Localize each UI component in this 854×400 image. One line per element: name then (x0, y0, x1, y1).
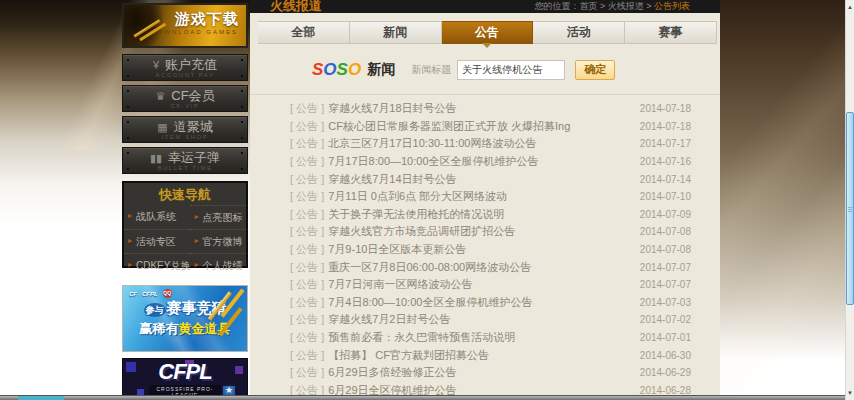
cfpl-banner[interactable]: CFPL CROSSFIRE PRO-LEAGUE ★ (122, 358, 248, 400)
menu-label: 账户充值 (165, 57, 217, 72)
news-search-bar: SOSO 新闻 新闻标题 确定 (250, 44, 720, 81)
breadcrumb-path[interactable]: 您的位置：首页 > 火线报道 > (534, 1, 651, 11)
announcement-row[interactable]: [ 公告 ] 7月7日河南一区网络波动公告 2014-07-07 (290, 276, 691, 294)
vertical-scrollbar[interactable]: ▲ ▼ (845, 0, 854, 400)
quick-nav-link[interactable]: 活动专区 (124, 229, 190, 253)
category-tab[interactable]: 活动 (533, 21, 625, 44)
quick-nav-link[interactable]: 官方微博 (190, 229, 246, 253)
announcement-date: 2014-07-03 (640, 297, 691, 308)
announcement-tag: [ 公告 ] (290, 172, 324, 187)
sidebar-menu-button[interactable]: ▮▮幸运子弹 BULLET TIME (122, 147, 248, 174)
category-tabs: 全部 新闻 公告 活动 赛事 (258, 21, 717, 44)
tab-label: 赛事 (659, 24, 683, 41)
announcement-title: CF核心团日常服务器监测团正式开放 火爆招募Ing (328, 119, 640, 134)
quick-nav-link[interactable]: CDKEY兑换 (124, 253, 190, 277)
announcement-title: 7月7日河南一区网络波动公告 (328, 277, 640, 292)
menu-sublabel: BULLET TIME (123, 165, 247, 172)
announcement-date: 2014-06-30 (640, 350, 691, 361)
announcement-tag: [ 公告 ] (290, 260, 324, 275)
sidebar-menu-button[interactable]: ▦道聚城 ITEM SHOP (122, 116, 248, 143)
announcement-date: 2014-07-01 (640, 332, 691, 343)
announcement-title: 7月4日8:00—10:00全区全服停机维护公告 (328, 295, 640, 310)
announcement-row[interactable]: [ 公告 ] 穿越火线7月14日封号公告 2014-07-14 (290, 170, 691, 188)
soso-logo: SOSO (312, 60, 361, 80)
announcement-row[interactable]: [ 公告 ] 【招募】 CF官方裁判团招募公告 2014-06-30 (290, 346, 691, 364)
announcement-row[interactable]: [ 公告 ] 穿越火线7月2日封号公告 2014-07-02 (290, 311, 691, 329)
main-panel: 火线报道 您的位置：首页 > 火线报道 > 公告列表 全部 新闻 公告 活动 赛… (250, 0, 720, 400)
announcement-tag: [ 公告 ] (290, 136, 324, 151)
announcement-title: 7月9-10日全区版本更新公告 (328, 242, 640, 257)
sidebar-menu-button[interactable]: ♛CF会员 CF-VIP (122, 85, 248, 112)
menu-label: 幸运子弹 (168, 150, 220, 165)
horizontal-scrollbar-thumb[interactable] (18, 396, 64, 400)
bet-line1: 赛事竞猜 (167, 299, 227, 316)
announcement-row[interactable]: [ 公告 ] 7月11日 0点到6点 部分大区网络波动 2014-07-10 (290, 188, 691, 206)
scroll-up-icon[interactable]: ▲ (846, 0, 854, 14)
announcement-row[interactable]: [ 公告 ] 6月29日多倍经验修正公告 2014-06-29 (290, 364, 691, 382)
breadcrumb: 您的位置：首页 > 火线报道 > 公告列表 (534, 0, 690, 13)
announcement-date: 2014-07-08 (640, 244, 691, 255)
match-betting-banner[interactable]: CF CFPL QQ 参与赛事竞猜 赢稀有黄金道具 (122, 285, 248, 352)
quick-nav-link[interactable]: 个人战绩 (190, 253, 246, 277)
soso-logo-letter: O (348, 60, 361, 79)
soso-logo-letter: S (312, 60, 323, 79)
announcement-row[interactable]: [ 公告 ] 穿越火线7月18日封号公告 2014-07-18 (290, 100, 691, 118)
announcement-title: 穿越火线官方市场竞品调研团扩招公告 (328, 224, 640, 239)
horizontal-scrollbar[interactable] (0, 395, 845, 400)
tab-label: 新闻 (383, 24, 407, 41)
category-tab[interactable]: 赛事 (625, 21, 717, 44)
announcement-row[interactable]: [ 公告 ] 7月17日8:00—10:00全区全服停机维护公告 2014-07… (290, 153, 691, 171)
announcement-tag: [ 公告 ] (290, 312, 324, 327)
search-field-label: 新闻标题 (411, 63, 451, 77)
game-download-banner[interactable]: 游戏下载 DOWNLOAD GAMES (122, 3, 248, 48)
cart-icon: ▦ (157, 121, 167, 133)
announcement-row[interactable]: [ 公告 ] CF核心团日常服务器监测团正式开放 火爆招募Ing 2014-07… (290, 118, 691, 136)
soso-logo-letter: S (337, 60, 348, 79)
announcement-date: 2014-07-08 (640, 226, 691, 237)
sidebar: 游戏下载 DOWNLOAD GAMES ¥账户充值 ACCOUNT PAY ♛C… (122, 3, 248, 400)
announcement-date: 2014-07-02 (640, 314, 691, 325)
quick-nav-link[interactable]: 点亮图标 (190, 205, 246, 229)
announcement-row[interactable]: [ 公告 ] 7月9-10日全区版本更新公告 2014-07-08 (290, 241, 691, 259)
game-download-subtitle: DOWNLOAD GAMES (151, 29, 238, 35)
section-header-bar: 火线报道 您的位置：首页 > 火线报道 > 公告列表 (250, 0, 720, 13)
announcement-title: 穿越火线7月2日封号公告 (328, 312, 640, 327)
announcement-date: 2014-07-07 (640, 279, 691, 290)
announcement-date: 2014-07-09 (640, 209, 691, 220)
menu-sublabel: CF-VIP (123, 103, 247, 110)
announcement-date: 2014-07-18 (640, 103, 691, 114)
announcement-row[interactable]: [ 公告 ] 穿越火线官方市场竞品调研团扩招公告 2014-07-08 (290, 223, 691, 241)
yen-icon: ¥ (153, 59, 159, 71)
bet-line2-gold: 黄金道具 (179, 321, 231, 336)
game-download-title: 游戏下载 (175, 10, 239, 29)
announcement-date: 2014-07-10 (640, 191, 691, 202)
announcement-tag: [ 公告 ] (290, 101, 324, 116)
announcement-row[interactable]: [ 公告 ] 7月4日8:00—10:00全区全服停机维护公告 2014-07-… (290, 294, 691, 312)
announcement-row[interactable]: [ 公告 ] 关于换子弹无法使用枪托的情况说明 2014-07-09 (290, 206, 691, 224)
announcement-row[interactable]: [ 公告 ] 预售前必看：永久巴雷特预售活动说明 2014-07-01 (290, 329, 691, 347)
announcement-tag: [ 公告 ] (290, 277, 324, 292)
announcement-date: 2014-07-07 (640, 262, 691, 273)
vertical-scrollbar-thumb[interactable] (846, 112, 854, 305)
quick-nav-link[interactable]: 战队系统 (124, 205, 190, 229)
news-title-input[interactable] (457, 60, 565, 80)
announcement-row[interactable]: [ 公告 ] 重庆一区7月8日06:00-08:00网络波动公告 2014-07… (290, 258, 691, 276)
sidebar-menu-button[interactable]: ¥账户充值 ACCOUNT PAY (122, 54, 248, 81)
announcement-title: 重庆一区7月8日06:00-08:00网络波动公告 (328, 260, 640, 275)
category-tab[interactable]: 新闻 (350, 21, 442, 44)
bullets-icon: ▮▮ (150, 152, 162, 164)
announcement-tag: [ 公告 ] (290, 119, 324, 134)
scroll-down-icon[interactable]: ▼ (846, 386, 854, 400)
category-tab[interactable]: 全部 (258, 21, 350, 44)
announcement-title: 6月29日多倍经验修正公告 (328, 365, 640, 380)
announcement-date: 2014-07-16 (640, 156, 691, 167)
announcement-row[interactable]: [ 公告 ] 北京三区7月17日10:30-11:00网络波动公告 2014-0… (290, 135, 691, 153)
vip-icon: ♛ (155, 90, 165, 102)
star-icon: ★ (225, 385, 233, 395)
announcement-tag: [ 公告 ] (290, 154, 324, 169)
category-tab[interactable]: 公告 (442, 21, 534, 44)
tab-label: 全部 (291, 24, 315, 41)
quick-nav-links: 战队系统点亮图标活动专区官方微博CDKEY兑换个人战绩 (124, 205, 246, 277)
tab-label: 公告 (475, 24, 499, 41)
confirm-button[interactable]: 确定 (575, 60, 615, 80)
